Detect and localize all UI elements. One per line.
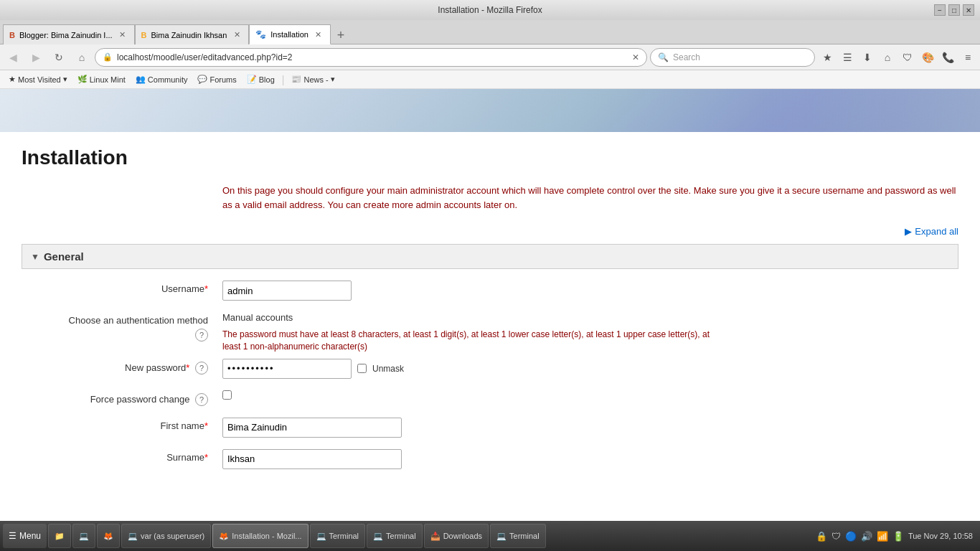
- download-icon[interactable]: ⬇: [858, 48, 877, 67]
- bookmark-label: Community: [148, 75, 188, 84]
- separator: |: [282, 74, 285, 85]
- maximize-button[interactable]: □: [948, 4, 960, 16]
- shield-icon[interactable]: 🛡: [898, 48, 917, 67]
- window-controls: − □ ✕: [934, 4, 974, 16]
- expand-all-container: ▶ Expand all: [22, 226, 958, 237]
- password-help-icon[interactable]: ?: [195, 362, 208, 375]
- news-icon: 📰: [291, 75, 301, 84]
- page-content: Installation On this page you should con…: [0, 132, 980, 521]
- section-label: General: [44, 250, 84, 263]
- lock-icon: 🔒: [103, 52, 113, 62]
- bookmark-most-visited[interactable]: ★ Most Visited ▾: [4, 73, 72, 85]
- expand-all-button[interactable]: ▶ Expand all: [22, 226, 958, 237]
- search-placeholder: Search: [673, 52, 700, 62]
- force-password-row: Force password change ?: [22, 390, 958, 406]
- chevron-down-icon: ▾: [63, 75, 67, 84]
- force-password-help-icon[interactable]: ?: [195, 393, 208, 406]
- required-star: *: [204, 452, 208, 463]
- minimize-button[interactable]: −: [934, 4, 946, 16]
- surname-row: Surname*: [22, 449, 958, 469]
- first-name-input[interactable]: [222, 418, 402, 438]
- username-label: Username*: [36, 281, 222, 294]
- tab-label: Blogger: Bima Zainudin I...: [19, 31, 113, 39]
- header-background: [0, 89, 980, 132]
- first-name-label: First name*: [36, 418, 222, 431]
- search-bar[interactable]: 🔍 Search: [650, 48, 815, 67]
- toolbar: ★ ☰ ⬇ ⌂ 🛡 🎨 📞 ≡: [818, 48, 977, 67]
- username-control: [222, 281, 352, 301]
- new-password-label: New password* ?: [36, 359, 222, 375]
- bookmarks-icon[interactable]: ★: [818, 48, 837, 67]
- blog-icon: 📝: [247, 75, 257, 84]
- palette-icon[interactable]: 🎨: [918, 48, 937, 67]
- username-row: Username*: [22, 281, 958, 301]
- header-decoration: [765, 89, 980, 132]
- general-section-header[interactable]: ▼ General: [22, 244, 958, 269]
- title-bar: Installation - Mozilla Firefox − □ ✕: [0, 0, 980, 20]
- password-hint-text: The password must have at least 8 charac…: [222, 329, 725, 353]
- tab-blogger[interactable]: B Blogger: Bima Zainudin I... ✕: [3, 24, 135, 44]
- bookmark-blog[interactable]: 📝 Blog: [242, 73, 279, 85]
- intro-text: On this page you should configure your m…: [222, 184, 958, 212]
- bookmark-news[interactable]: 📰 News - ▾: [287, 73, 339, 85]
- section-chevron-icon: ▼: [31, 252, 39, 262]
- tab-close-icon[interactable]: ✕: [231, 29, 242, 41]
- auth-help-row: ? The password must have at least 8 char…: [22, 329, 958, 353]
- unmask-label: Unmask: [372, 364, 404, 374]
- auth-method-control: Manual accounts: [222, 312, 293, 323]
- tab-icon: B: [9, 31, 15, 39]
- bookmarks-list-icon[interactable]: ☰: [838, 48, 857, 67]
- phone-icon[interactable]: 📞: [938, 48, 957, 67]
- window-title: Installation - Mozilla Firefox: [438, 5, 542, 15]
- chevron-down-icon: ▾: [331, 75, 335, 84]
- tab-bima[interactable]: B Bima Zainudin Ikhsan ✕: [135, 24, 250, 44]
- surname-input[interactable]: [222, 449, 402, 469]
- bookmark-label: Linux Mint: [90, 75, 126, 84]
- required-star: *: [204, 420, 208, 431]
- bookmark-forums[interactable]: 💬 Forums: [193, 73, 240, 85]
- bookmark-linux-mint[interactable]: 🌿 Linux Mint: [73, 73, 130, 85]
- bookmarks-bar: ★ Most Visited ▾ 🌿 Linux Mint 👥 Communit…: [0, 70, 980, 89]
- first-name-control: [222, 418, 402, 438]
- page-title: Installation: [22, 146, 958, 169]
- force-password-checkbox[interactable]: [222, 390, 232, 400]
- bookmark-label: Blog: [259, 75, 275, 84]
- bookmark-community[interactable]: 👥 Community: [131, 73, 192, 85]
- tab-label: Installation: [270, 30, 308, 39]
- tab-installation[interactable]: 🐾 Installation ✕: [249, 24, 331, 44]
- password-hint-control: The password must have at least 8 charac…: [222, 329, 725, 353]
- new-password-input[interactable]: [222, 359, 352, 379]
- tab-bar: B Blogger: Bima Zainudin I... ✕ B Bima Z…: [0, 20, 980, 44]
- tab-icon: 🐾: [255, 29, 266, 39]
- first-name-row: First name*: [22, 418, 958, 438]
- reload-button[interactable]: ↻: [49, 47, 69, 67]
- help-icon[interactable]: ?: [195, 329, 208, 342]
- unmask-checkbox[interactable]: [357, 364, 367, 373]
- most-visited-icon: ★: [9, 75, 16, 84]
- url-reload-icon[interactable]: ✕: [632, 52, 639, 62]
- tab-icon: B: [141, 31, 147, 39]
- tab-close-icon[interactable]: ✕: [313, 29, 324, 40]
- expand-all-label: Expand all: [915, 226, 958, 237]
- home-button[interactable]: ⌂: [72, 47, 92, 67]
- required-star: *: [204, 283, 208, 294]
- forums-icon: 💬: [197, 75, 207, 84]
- required-star: *: [186, 362, 189, 373]
- menu-icon[interactable]: ≡: [958, 48, 977, 67]
- close-button[interactable]: ✕: [963, 4, 974, 16]
- nav-bar: ◀ ▶ ↻ ⌂ 🔒 localhost/moodle/user/editadva…: [0, 44, 980, 70]
- force-password-label: Force password change ?: [36, 390, 222, 406]
- url-bar[interactable]: 🔒 localhost/moodle/user/editadvanced.php…: [95, 48, 647, 67]
- expand-all-icon: ▶: [905, 226, 912, 237]
- home-icon[interactable]: ⌂: [878, 48, 897, 67]
- bookmark-label: Forums: [209, 75, 236, 84]
- new-tab-button[interactable]: +: [331, 27, 351, 44]
- username-input[interactable]: [222, 281, 352, 301]
- back-button[interactable]: ◀: [3, 47, 23, 67]
- linux-mint-icon: 🌿: [77, 75, 88, 84]
- tab-label: Bima Zainudin Ikhsan: [151, 31, 227, 39]
- forward-button[interactable]: ▶: [26, 47, 46, 67]
- url-text: localhost/moodle/user/editadvanced.php?i…: [117, 52, 628, 62]
- community-icon: 👥: [136, 75, 146, 84]
- tab-close-icon[interactable]: ✕: [117, 29, 128, 41]
